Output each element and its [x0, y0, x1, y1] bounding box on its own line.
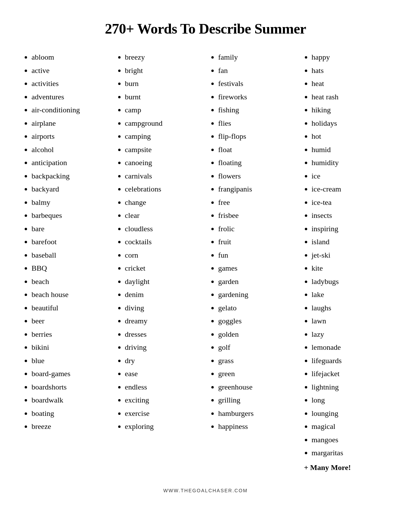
- list-item: ice-cream: [312, 183, 387, 196]
- list-item: frisbee: [218, 209, 294, 222]
- list-item: breezy: [125, 51, 201, 64]
- list-item: balmy: [32, 196, 107, 209]
- list-item: barefoot: [32, 235, 107, 249]
- footer-text: WWW.THEGOALCHASER.COM: [21, 488, 390, 493]
- list-item: lazy: [312, 328, 387, 341]
- list-item: flip-flops: [218, 130, 294, 143]
- list-item: activities: [32, 77, 107, 90]
- list-item: humid: [312, 143, 387, 157]
- list-item: garden: [218, 275, 294, 288]
- list-item: board-games: [32, 367, 107, 381]
- list-item: happiness: [218, 420, 294, 433]
- list-item: inspiring: [312, 222, 387, 236]
- list-item: beach: [32, 275, 107, 288]
- list-item: jet-ski: [312, 249, 387, 262]
- list-item: clear: [125, 209, 201, 222]
- list-item: heat rash: [312, 90, 387, 104]
- list-item: backpacking: [32, 170, 107, 183]
- list-item: golden: [218, 328, 294, 341]
- list-item: dresses: [125, 328, 201, 341]
- list-item: abloom: [32, 51, 107, 64]
- list-item: blue: [32, 354, 107, 368]
- list-item: cocktails: [125, 235, 201, 249]
- list-item: greenhouse: [218, 381, 294, 394]
- list-item: breeze: [32, 420, 107, 433]
- list-item: canoeing: [125, 156, 201, 170]
- list-item: holidays: [312, 117, 387, 130]
- list-item: beautiful: [32, 301, 107, 315]
- list-item: frolic: [218, 222, 294, 236]
- list-item: flies: [218, 117, 294, 130]
- list-item: fishing: [218, 103, 294, 117]
- list-item: diving: [125, 301, 201, 315]
- list-item: adventures: [32, 90, 107, 104]
- list-item: boardwalk: [32, 394, 107, 407]
- list-item: exciting: [125, 394, 201, 407]
- list-item: ice: [312, 170, 387, 183]
- list-item: dreamy: [125, 314, 201, 328]
- list-item: cloudless: [125, 222, 201, 236]
- list-item: endless: [125, 381, 201, 394]
- list-item: airplane: [32, 117, 107, 130]
- list-item: festivals: [218, 77, 294, 90]
- list-item: dry: [125, 354, 201, 368]
- list-item: carnivals: [125, 170, 201, 183]
- list-item: lightning: [312, 381, 387, 394]
- list-item: fan: [218, 64, 294, 77]
- list-item: free: [218, 196, 294, 209]
- list-item: laughs: [312, 301, 387, 315]
- list-item: cricket: [125, 262, 201, 275]
- list-item: burnt: [125, 90, 201, 104]
- list-item: flowers: [218, 170, 294, 183]
- list-item: burn: [125, 77, 201, 90]
- list-item: lake: [312, 288, 387, 301]
- list-item: island: [312, 235, 387, 249]
- list-item: beer: [32, 314, 107, 328]
- list-item: ice-tea: [312, 196, 387, 209]
- list-item: celebrations: [125, 183, 201, 196]
- list-item: gardening: [218, 288, 294, 301]
- list-item: magical: [312, 420, 387, 433]
- list-item: berries: [32, 328, 107, 341]
- list-item: humidity: [312, 156, 387, 170]
- list-item: baseball: [32, 249, 107, 262]
- list-item: alcohol: [32, 143, 107, 157]
- list-item: grass: [218, 354, 294, 368]
- list-item: hot: [312, 130, 387, 143]
- list-item: camping: [125, 130, 201, 143]
- list-item: float: [218, 143, 294, 157]
- list-item: family: [218, 51, 294, 64]
- list-item: fireworks: [218, 90, 294, 104]
- list-item: hats: [312, 64, 387, 77]
- list-item: lounging: [312, 407, 387, 420]
- list-item: boating: [32, 407, 107, 420]
- list-item: campsite: [125, 143, 201, 157]
- list-item: ladybugs: [312, 275, 387, 288]
- list-item: games: [218, 262, 294, 275]
- list-item: hamburgers: [218, 407, 294, 420]
- word-column-2: breezybrightburnburntcampcampgroundcampi…: [114, 51, 204, 433]
- list-item: bikini: [32, 341, 107, 354]
- list-item: floating: [218, 156, 294, 170]
- list-item: margaritas: [312, 446, 387, 460]
- plus-more-item: + Many More!: [304, 461, 387, 474]
- list-item: goggles: [218, 314, 294, 328]
- list-item: happy: [312, 51, 387, 64]
- list-item: exercise: [125, 407, 201, 420]
- list-item: exploring: [125, 420, 201, 433]
- list-item: heat: [312, 77, 387, 90]
- list-item: grilling: [218, 394, 294, 407]
- list-item: anticipation: [32, 156, 107, 170]
- list-item: change: [125, 196, 201, 209]
- list-item: corn: [125, 249, 201, 262]
- list-item: lawn: [312, 314, 387, 328]
- list-item: BBQ: [32, 262, 107, 275]
- list-item: boardshorts: [32, 381, 107, 394]
- list-item: campground: [125, 117, 201, 130]
- list-item: daylight: [125, 275, 201, 288]
- page-title: 270+ Words To Describe Summer: [21, 21, 390, 37]
- list-item: mangoes: [312, 433, 387, 447]
- list-item: lifeguards: [312, 354, 387, 368]
- list-item: fruit: [218, 235, 294, 249]
- list-item: air-conditioning: [32, 103, 107, 117]
